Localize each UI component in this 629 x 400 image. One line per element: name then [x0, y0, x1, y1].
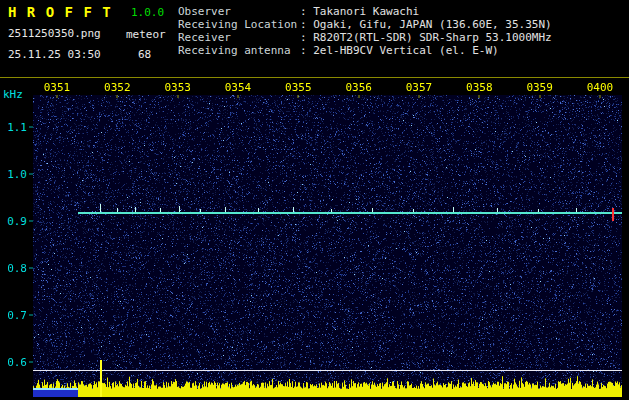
- freq-tick-mark: [29, 174, 33, 175]
- station-info-label: Receiving Location: [178, 18, 300, 31]
- freq-tick-label: 0.6: [7, 356, 27, 369]
- freq-tick-mark: [29, 315, 33, 316]
- spectrogram-plot: [33, 95, 622, 397]
- meteor-echo-spike: [179, 206, 180, 212]
- carrier-signal-line: [78, 212, 622, 214]
- freq-tick-mark: [29, 127, 33, 128]
- meteor-echo-spike: [258, 208, 259, 212]
- station-info-row: Receiving Location: Ogaki, Gifu, JAPAN (…: [178, 18, 552, 31]
- echo-count: 68: [138, 48, 151, 61]
- calibration-fill: [33, 390, 78, 397]
- output-filename: 2511250350.png: [8, 27, 101, 40]
- station-info-label: Observer: [178, 5, 300, 18]
- freq-tick-label: 0.8: [7, 262, 27, 275]
- header-divider: [0, 77, 629, 78]
- freq-tick-label: 1.1: [7, 121, 27, 134]
- time-tick-mark: [237, 95, 238, 98]
- meteor-echo-spike: [372, 208, 373, 212]
- app-version: 1.0.0: [131, 6, 164, 19]
- meteor-echo-spike: [413, 209, 414, 212]
- meteor-echo-spike: [225, 207, 226, 212]
- station-info-label: Receiver: [178, 31, 300, 44]
- time-tick-label: 0358: [466, 81, 493, 94]
- datetime-label: 25.11.25 03:50: [8, 48, 101, 61]
- time-tick-label: 0357: [406, 81, 433, 94]
- station-info-row: Receiving antenna: 2el-HB9CV Vertical (e…: [178, 44, 552, 57]
- time-tick-label: 0351: [44, 81, 71, 94]
- station-info-value: : 2el-HB9CV Vertical (el. E-W): [300, 44, 499, 57]
- time-tick-mark: [298, 95, 299, 98]
- freq-tick-mark: [29, 221, 33, 222]
- time-tick-label: 0354: [225, 81, 252, 94]
- meteor-echo-spike: [453, 207, 454, 212]
- time-tick-label: 0353: [164, 81, 191, 94]
- meteor-echo-spike: [497, 208, 498, 212]
- time-tick-mark: [418, 95, 419, 98]
- level-bars-canvas: [33, 355, 622, 397]
- time-tick-label: 0355: [285, 81, 312, 94]
- meteor-echo-spike: [117, 208, 118, 212]
- time-tick-label: 0352: [104, 81, 131, 94]
- time-tick-mark: [539, 95, 540, 98]
- time-tick-mark: [117, 95, 118, 98]
- freq-axis: 1.11.00.90.80.70.6: [0, 95, 33, 397]
- meteor-echo-spike: [100, 204, 101, 212]
- time-tick-mark: [479, 95, 480, 98]
- station-info-row: Receiver: R820T2(RTL-SDR) SDR-Sharp 53.1…: [178, 31, 552, 44]
- station-info-label: Receiving antenna: [178, 44, 300, 57]
- station-info-value: : Takanori Kawachi: [300, 5, 419, 18]
- time-tick-mark: [599, 95, 600, 98]
- hrofft-screen: H R O F F T 1.0.0 2511250350.png meteor …: [0, 0, 629, 400]
- freq-tick-label: 1.0: [7, 168, 27, 181]
- noise-canvas: [33, 95, 622, 397]
- freq-tick-mark: [29, 362, 33, 363]
- time-axis: 0351035203530354035503560357035803590400: [33, 81, 622, 98]
- time-tick-label: 0359: [526, 81, 553, 94]
- time-tick-mark: [177, 95, 178, 98]
- meteor-echo-spike: [293, 207, 294, 212]
- meteor-echo-spike: [200, 209, 201, 212]
- station-info-value: : R820T2(RTL-SDR) SDR-Sharp 53.1000MHz: [300, 31, 552, 44]
- freq-tick-label: 0.7: [7, 309, 27, 322]
- red-event-marker: [612, 208, 614, 221]
- meteor-echo-spike: [576, 208, 577, 212]
- time-tick-mark: [57, 95, 58, 98]
- station-info: Observer: Takanori KawachiReceiving Loca…: [178, 5, 552, 57]
- app-title: H R O F F T: [8, 4, 112, 20]
- time-tick-label: 0400: [587, 81, 614, 94]
- time-tick-label: 0356: [345, 81, 372, 94]
- station-info-value: : Ogaki, Gifu, JAPAN (136.60E, 35.35N): [300, 18, 552, 31]
- mode-label: meteor: [126, 28, 166, 41]
- freq-tick-label: 0.9: [7, 215, 27, 228]
- time-tick-mark: [358, 95, 359, 98]
- meteor-echo-spike: [160, 208, 161, 212]
- freq-tick-mark: [29, 268, 33, 269]
- meteor-echo-spike: [331, 209, 332, 212]
- meteor-echo-spike: [538, 209, 539, 212]
- station-info-row: Observer: Takanori Kawachi: [178, 5, 552, 18]
- meteor-echo-spike: [135, 207, 136, 212]
